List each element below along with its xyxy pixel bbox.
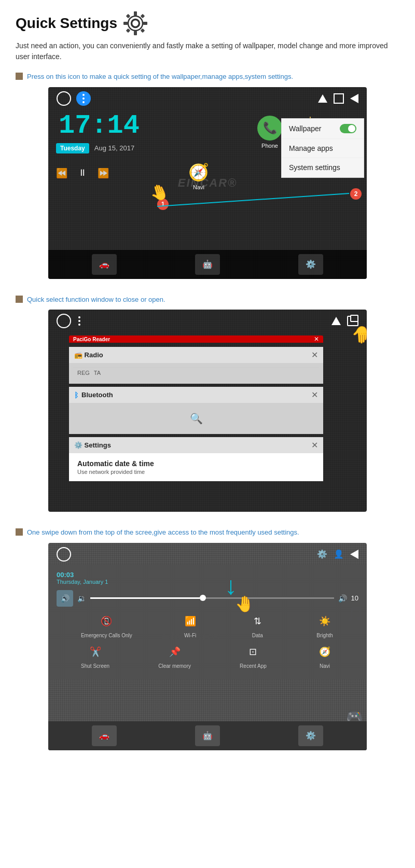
shut-screen-icon: ✂️ bbox=[86, 642, 105, 661]
bluetooth-content: 🔍 bbox=[69, 403, 323, 434]
status-bar-3: ⚙️ 👤 bbox=[48, 543, 367, 566]
svg-rect-5 bbox=[123, 22, 128, 25]
recent-apps-button[interactable] bbox=[334, 93, 344, 104]
volume-track[interactable] bbox=[90, 597, 334, 599]
settings-button[interactable]: ⚙️ bbox=[298, 254, 323, 275]
wifi-icon: 📶 bbox=[181, 612, 200, 631]
date-text: Aug 15, 2017 bbox=[94, 144, 134, 152]
wallpaper-menu-item[interactable]: Wallpaper bbox=[282, 119, 364, 139]
status-right-1 bbox=[318, 93, 358, 104]
android-button-3[interactable]: 🤖 bbox=[195, 725, 220, 746]
hand-pointer-2: 🤚 bbox=[351, 325, 367, 345]
section3-text: One swipe down from the top of the scree… bbox=[27, 527, 299, 538]
settings-window: ⚙️ Settings ✕ Automatic date & time Use … bbox=[69, 437, 323, 481]
data-label: Data bbox=[252, 633, 263, 638]
section3-label-container: One swipe down from the top of the scree… bbox=[16, 527, 399, 538]
bluetooth-window-title: ᛒ Bluetooth bbox=[74, 391, 113, 399]
bullet3 bbox=[16, 528, 23, 536]
radio-close[interactable]: ✕ bbox=[311, 350, 318, 360]
data-toggle[interactable]: ⇅ Data bbox=[248, 612, 267, 638]
status-bar-1 bbox=[48, 87, 367, 110]
forward-button[interactable]: ⏩ bbox=[98, 167, 109, 179]
section2-text: Quick select function window to close or… bbox=[27, 295, 165, 305]
svg-rect-4 bbox=[134, 31, 137, 35]
triangle-icon bbox=[318, 94, 327, 103]
screenshot3: ⚙️ 👤 00:03 Thursday, January 1 🔊 🔉 bbox=[48, 543, 367, 750]
back-button-3[interactable] bbox=[350, 550, 358, 559]
wallpaper-label: Wallpaper bbox=[289, 124, 322, 133]
pause-button[interactable]: ⏸ bbox=[78, 167, 87, 178]
recent-apps-button-2[interactable] bbox=[347, 316, 358, 326]
emergency-label: Emergency Calls Only bbox=[81, 633, 132, 638]
settings-close[interactable]: ✕ bbox=[311, 440, 318, 450]
shut-screen-label: Shut Screen bbox=[81, 663, 109, 669]
recent-app-icon: ⊡ bbox=[244, 642, 262, 661]
back-button[interactable] bbox=[350, 94, 358, 103]
manage-apps-label: Manage apps bbox=[289, 144, 333, 152]
wallpaper-toggle[interactable] bbox=[340, 124, 356, 133]
volume-down-icon[interactable]: 🔉 bbox=[77, 594, 86, 603]
volume-up-icon[interactable]: 🔊 bbox=[338, 594, 347, 603]
home-button[interactable] bbox=[57, 91, 71, 106]
radio-titlebar: 📻 Radio ✕ bbox=[69, 347, 323, 363]
svg-rect-6 bbox=[143, 22, 147, 25]
navi-app[interactable]: 🧭 Navi bbox=[188, 162, 209, 190]
pacigo-close[interactable]: ✕ bbox=[314, 335, 319, 343]
time-display: 17:14 bbox=[59, 110, 140, 141]
navi-icon-3: 🧭 bbox=[315, 642, 334, 661]
svg-point-2 bbox=[132, 20, 139, 27]
volume-fill bbox=[90, 597, 200, 599]
pacigo-title: PaciGo Reader bbox=[73, 337, 110, 342]
user-icon-3[interactable]: 👤 bbox=[334, 549, 344, 559]
settings-button-3[interactable]: ⚙️ bbox=[298, 725, 323, 746]
status-left-1 bbox=[57, 91, 91, 106]
emergency-calls-toggle[interactable]: 📵 Emergency Calls Only bbox=[81, 612, 132, 638]
manage-apps-item[interactable]: Manage apps bbox=[282, 139, 364, 158]
clear-memory-icon: 📌 bbox=[165, 642, 184, 661]
navi-btn[interactable]: 🧭 Navi bbox=[315, 642, 334, 669]
system-settings-label: System settings bbox=[289, 163, 340, 172]
bluetooth-window: ᛒ Bluetooth ✕ 🔍 bbox=[69, 387, 323, 434]
clear-memory-label: Clear memory bbox=[158, 663, 191, 669]
svg-rect-8 bbox=[141, 14, 145, 18]
phone-app[interactable]: 📞 Phone bbox=[257, 116, 282, 149]
section1-label: Press on this icon to make a quick setti… bbox=[16, 72, 399, 82]
recent-app-btn[interactable]: ⊡ Recent App bbox=[240, 642, 267, 669]
phone-icon: 📞 bbox=[257, 116, 282, 141]
shut-screen-btn[interactable]: ✂️ Shut Screen bbox=[81, 642, 109, 669]
brightness-icon: ☀️ bbox=[315, 612, 334, 631]
hand-pointer-3: 🤚 bbox=[235, 595, 254, 613]
brightness-toggle[interactable]: ☀️ Brighth bbox=[315, 612, 334, 638]
badge-2: 2 bbox=[350, 188, 362, 200]
screenshot1: 17:14 Tuesday Aug 15, 2017 📞 Phone bbox=[48, 87, 367, 279]
three-dots-2[interactable] bbox=[76, 314, 82, 328]
android-button[interactable]: 🤖 bbox=[195, 254, 220, 275]
rewind-button[interactable]: ⏪ bbox=[56, 167, 67, 179]
notif-date: Thursday, January 1 bbox=[57, 579, 108, 585]
wifi-label: Wi-Fi bbox=[184, 633, 196, 638]
svg-rect-7 bbox=[126, 14, 130, 18]
bottom-nav-1: 🚗 🤖 ⚙️ bbox=[48, 250, 367, 279]
wifi-toggle[interactable]: 📶 Wi-Fi bbox=[181, 612, 200, 638]
clear-memory-btn[interactable]: 📌 Clear memory bbox=[158, 642, 191, 669]
car-button-3[interactable]: 🚗 bbox=[92, 725, 117, 746]
home-button-2[interactable] bbox=[57, 314, 71, 328]
screenshot2: PaciGo Reader ✕ 📻 Radio ✕ REG TA bbox=[48, 310, 367, 512]
data-icon: ⇅ bbox=[248, 612, 267, 631]
home-button-3[interactable] bbox=[57, 547, 71, 562]
phone-label: Phone bbox=[261, 143, 278, 149]
date-row: Tuesday Aug 15, 2017 bbox=[56, 143, 134, 153]
recent-app-label: Recent App bbox=[240, 663, 267, 669]
triangle-icon-2 bbox=[331, 317, 341, 325]
status-left-2 bbox=[57, 314, 82, 328]
three-dots-menu[interactable] bbox=[76, 91, 91, 106]
gear-icon-3[interactable]: ⚙️ bbox=[317, 549, 327, 559]
car-button[interactable]: 🚗 bbox=[92, 254, 117, 275]
navi-action-label: Navi bbox=[320, 663, 330, 669]
page-header: Quick Settings bbox=[16, 10, 399, 36]
system-settings-item[interactable]: System settings bbox=[282, 158, 364, 177]
settings-titlebar: ⚙️ Settings ✕ bbox=[69, 437, 323, 453]
volume-number: 10 bbox=[351, 594, 358, 602]
bluetooth-close[interactable]: ✕ bbox=[311, 390, 318, 400]
volume-icon: 🔊 bbox=[57, 590, 73, 607]
